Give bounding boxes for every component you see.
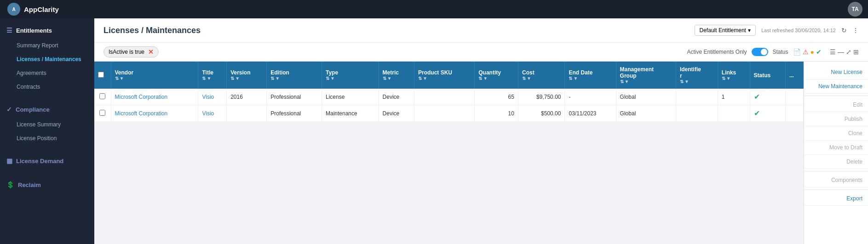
select-all-header[interactable]: [94, 62, 111, 89]
id-filter-icon[interactable]: ▼: [684, 79, 689, 84]
metric-sort-icon[interactable]: ⇅: [383, 76, 386, 81]
cell-title[interactable]: Visio: [198, 105, 227, 122]
col-product-sku: Product SKU ⇅▼: [414, 62, 475, 89]
row-checkbox[interactable]: [99, 93, 105, 99]
sidebar-item-license-position[interactable]: License Position: [0, 131, 94, 145]
entitlements-icon: ☰: [6, 27, 12, 34]
vendor-filter-icon[interactable]: ▼: [120, 76, 124, 81]
reclaim-icon: 💲: [6, 181, 14, 188]
qty-filter-icon[interactable]: ▼: [483, 76, 488, 81]
new-maintenance-button[interactable]: New Maintenance: [804, 79, 868, 94]
sidebar-header-license-demand[interactable]: ▦ License Demand: [0, 153, 94, 169]
sku-sort-icon[interactable]: ⇅: [418, 76, 422, 81]
toggle-track: [752, 48, 768, 56]
cell-management-group: Global: [616, 89, 676, 105]
user-avatar[interactable]: TA: [848, 2, 862, 17]
expand-icon[interactable]: ⤢: [846, 48, 851, 56]
links-sort-icon[interactable]: ⇅: [722, 76, 725, 81]
cell-more: [785, 105, 803, 122]
cost-sort-icon[interactable]: ⇅: [522, 76, 526, 81]
main-layout: ☰ Entitlements Summary Report Licenses /…: [0, 0, 868, 244]
filter-right-controls: Active Entitlements Only Status 📄 ⚠ ● ✔ …: [687, 48, 859, 56]
sidebar-item-agreements[interactable]: Agreements: [0, 66, 94, 80]
active-entitlements-toggle[interactable]: [752, 48, 768, 56]
status-label: Status: [773, 49, 788, 55]
ok-icon[interactable]: ✔: [816, 48, 822, 56]
compliance-icon: ✓: [6, 106, 12, 113]
filter-bar: IsActive is true ✕ Active Entitlements O…: [94, 43, 868, 62]
vendor-sort-icon[interactable]: ⇅: [115, 76, 119, 81]
type-sort-icon[interactable]: ⇅: [326, 76, 329, 81]
sidebar-section-compliance: ✓ Compliance License Summary License Pos…: [0, 97, 94, 149]
clone-button[interactable]: Clone: [804, 126, 868, 141]
filter-tag-isactive: IsActive is true ✕: [103, 46, 159, 57]
export-button[interactable]: Export: [804, 192, 868, 206]
edition-sort-icon[interactable]: ⇅: [270, 76, 274, 81]
delete-button[interactable]: Delete: [804, 155, 868, 169]
cell-edition: Professional: [267, 89, 322, 105]
entitlement-dropdown[interactable]: Default Entitlement ▾: [695, 25, 756, 36]
id-sort-icon[interactable]: ⇅: [680, 79, 684, 84]
components-button[interactable]: Components: [804, 173, 868, 187]
row-checkbox-cell: [94, 105, 111, 122]
grid-view-icon[interactable]: ⊞: [853, 48, 859, 56]
cell-end-date: 03/11/2023: [565, 105, 616, 122]
sidebar-item-licenses-maintenances[interactable]: Licenses / Maintenances: [0, 52, 94, 66]
title-sort-icon[interactable]: ⇅: [202, 76, 206, 81]
version-sort-icon[interactable]: ⇅: [230, 76, 234, 81]
col-title: Title ⇅▼: [198, 62, 227, 89]
row-checkbox[interactable]: [99, 110, 105, 116]
sku-filter-icon[interactable]: ▼: [423, 76, 427, 81]
more-header-icon[interactable]: ⋮: [852, 27, 859, 34]
edition-filter-icon[interactable]: ▼: [275, 76, 280, 81]
links-filter-icon[interactable]: ▼: [726, 76, 731, 81]
cell-product-sku: [414, 89, 475, 105]
sidebar-item-summary-report[interactable]: Summary Report: [0, 39, 94, 52]
enddate-filter-icon[interactable]: ▼: [573, 76, 578, 81]
cell-status: ✔: [750, 105, 785, 122]
sidebar-header-reclaim[interactable]: 💲 Reclaim: [0, 176, 94, 193]
main-content: Licenses / Maintenances Default Entitlem…: [94, 18, 868, 244]
title-filter-icon[interactable]: ▼: [207, 76, 211, 81]
file-icon[interactable]: 📄: [793, 48, 801, 56]
sidebar-section-label-entitlements: Entitlements: [16, 27, 52, 34]
filter-remove-button[interactable]: ✕: [148, 48, 154, 56]
status-ok-icon: ✔: [754, 93, 760, 101]
sidebar-item-contracts[interactable]: Contracts: [0, 80, 94, 94]
mgmt-filter-icon[interactable]: ▼: [625, 79, 629, 84]
metric-filter-icon[interactable]: ▼: [387, 76, 392, 81]
toggle-thumb: [761, 49, 767, 55]
cell-type: License: [322, 89, 379, 105]
cost-filter-icon[interactable]: ▼: [527, 76, 531, 81]
logo-icon: A: [7, 3, 20, 16]
page-header: Licenses / Maintenances Default Entitlem…: [94, 18, 868, 43]
new-license-button[interactable]: New License: [804, 65, 868, 79]
list-view-icon[interactable]: ☰: [830, 48, 836, 56]
active-entitlements-label: Active Entitlements Only: [687, 49, 747, 55]
minus-icon[interactable]: —: [838, 48, 844, 56]
sidebar-header-entitlements[interactable]: ☰ Entitlements: [0, 22, 94, 39]
publish-button[interactable]: Publish: [804, 112, 868, 126]
enddate-sort-icon[interactable]: ⇅: [569, 76, 572, 81]
mgmt-sort-icon[interactable]: ⇅: [620, 79, 624, 84]
warning-icon[interactable]: ●: [811, 48, 814, 56]
version-filter-icon[interactable]: ▼: [235, 76, 240, 81]
refresh-timestamp: Last refreshed 30/06/2020, 14:12: [761, 28, 836, 33]
cell-title[interactable]: Visio: [198, 89, 227, 105]
sidebar-header-compliance[interactable]: ✓ Compliance: [0, 101, 94, 118]
license-demand-icon: ▦: [6, 157, 12, 165]
cell-metric: Device: [379, 89, 414, 105]
cell-management-group: Global: [616, 105, 676, 122]
move-to-draft-button[interactable]: Move to Draft: [804, 141, 868, 155]
alert-icon[interactable]: ⚠: [803, 48, 809, 56]
edit-button[interactable]: Edit: [804, 98, 868, 112]
refresh-icon[interactable]: ↻: [841, 27, 847, 34]
topbar: A AppClarity TA: [0, 0, 868, 18]
select-all-checkbox[interactable]: [98, 72, 104, 78]
app-logo[interactable]: A AppClarity: [0, 3, 66, 16]
type-filter-icon[interactable]: ▼: [330, 76, 335, 81]
sidebar-item-license-summary[interactable]: License Summary: [0, 118, 94, 131]
qty-sort-icon[interactable]: ⇅: [478, 76, 482, 81]
col-vendor: Vendor ⇅▼: [111, 62, 198, 89]
col-more: ...: [785, 62, 803, 89]
